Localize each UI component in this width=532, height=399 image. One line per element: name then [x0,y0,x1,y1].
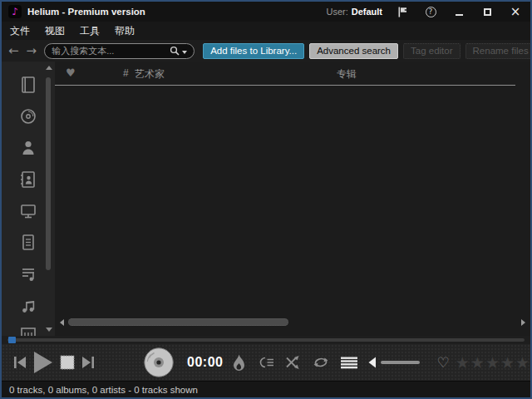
sidebar-scrollbar[interactable] [45,66,52,332]
hot-tracks-button[interactable] [232,354,246,372]
menu-file[interactable]: 文件 [10,24,30,38]
horizontal-scrollbar-thumb[interactable] [68,318,288,326]
flame-icon [232,354,246,372]
horizontal-scrollbar[interactable] [60,317,525,328]
app-icon: ♪ [8,5,22,18]
book-icon [18,75,38,95]
queue-icon [258,356,274,369]
stop-button[interactable] [60,355,75,370]
maximize-button[interactable] [479,4,495,19]
sidebar-scrollbar-thumb[interactable] [46,77,51,270]
window-title: Helium - Premium version [27,7,145,17]
disc-icon [18,106,38,126]
number-column-header[interactable]: # [123,67,129,79]
play-queue-button[interactable] [258,356,274,369]
advanced-search-button[interactable]: Advanced search [309,43,398,59]
person-icon [18,138,38,158]
document-icon [18,233,38,253]
main-area: ♥ # 艺术家 专辑 [2,62,530,336]
scroll-down-icon[interactable] [46,328,52,332]
next-track-button[interactable] [81,356,95,369]
previous-icon [13,356,27,369]
transport-controls [13,352,95,373]
track-list-panel: ♥ # 艺术家 专辑 [55,62,530,336]
sidebar [2,62,55,336]
repeat-icon [312,356,330,369]
piano-icon [18,328,38,336]
menu-help[interactable]: 帮助 [115,24,135,38]
menu-view[interactable]: 视图 [45,24,65,38]
artist-column-header[interactable]: 艺术家 [135,67,165,81]
status-bar: 0 tracks, 0 albums, 0 artists - 0 tracks… [2,381,530,397]
maximize-icon [484,8,491,16]
track-list-body[interactable] [55,86,530,317]
help-icon: ? [429,7,433,16]
play-icon [33,352,53,373]
shuffle-button[interactable] [285,356,300,369]
playlist-icon [18,264,38,284]
toolbar: ← → Add files to Library... Advanced sea… [2,40,530,62]
track-rating-stars[interactable]: ★★★★★ [456,353,530,372]
address-book-icon [18,170,38,190]
help-button[interactable]: ? [422,4,439,19]
app-window: ♪ Helium - Premium version User: Default… [0,0,532,399]
music-note-icon: ♪ [12,7,18,17]
album-column-header[interactable]: 专辑 [337,67,357,81]
tag-editor-button[interactable]: Tag editor [403,43,461,59]
add-files-button[interactable]: Add files to Library... [203,43,304,59]
horizontal-scrollbar-track[interactable] [68,318,517,327]
list-menu-icon [341,357,357,369]
track-list-menu-button[interactable] [341,357,357,369]
flag-icon-svg [397,7,408,17]
now-playing-disc-button[interactable] [143,347,175,378]
library-status-text: 0 tracks, 0 albums, 0 artists - 0 tracks… [9,385,198,395]
disc-artwork-icon [143,347,175,378]
back-arrow-icon[interactable]: ← [8,45,19,57]
seek-thumb[interactable] [8,337,16,343]
menu-bar: 文件 视图 工具 帮助 [2,22,530,40]
menu-tools[interactable]: 工具 [80,24,100,38]
favorite-column-header-heart-icon[interactable]: ♥ [66,66,76,79]
search-input[interactable] [52,46,170,56]
play-button[interactable] [33,352,53,373]
mute-button[interactable] [368,357,377,368]
love-track-heart-icon[interactable]: ♡ [437,354,450,371]
previous-track-button[interactable] [13,356,27,369]
title-bar: ♪ Helium - Premium version User: Default… [2,2,530,22]
scroll-left-icon[interactable] [60,319,64,326]
forward-arrow-icon[interactable]: → [27,45,37,57]
music-notes-icon [18,296,38,316]
search-box[interactable] [44,43,195,59]
monitor-icon [18,201,38,221]
user-label: User: [326,7,347,17]
search-options-caret-icon[interactable] [182,51,187,54]
close-button[interactable]: × [507,4,524,19]
minimize-button[interactable] [451,4,467,19]
repeat-button[interactable] [312,356,330,369]
close-icon: × [510,6,521,18]
next-icon [81,356,95,369]
player-bar: 00:00 [2,344,530,381]
shuffle-icon [285,356,300,369]
speaker-icon [368,357,377,368]
elapsed-time: 00:00 [187,355,223,370]
minimize-icon [456,14,463,16]
seek-bar[interactable] [7,338,525,342]
rename-files-button[interactable]: Rename files [466,43,532,59]
volume-slider[interactable] [381,361,419,364]
search-icon[interactable] [170,46,180,57]
scroll-up-icon[interactable] [46,66,52,70]
user-name[interactable]: Default [352,7,382,17]
stop-icon [60,355,75,370]
scroll-right-icon[interactable] [521,319,525,326]
seek-bar-row [2,336,530,344]
track-list-header: ♥ # 艺术家 专辑 [55,62,515,86]
flag-icon[interactable] [394,4,411,19]
